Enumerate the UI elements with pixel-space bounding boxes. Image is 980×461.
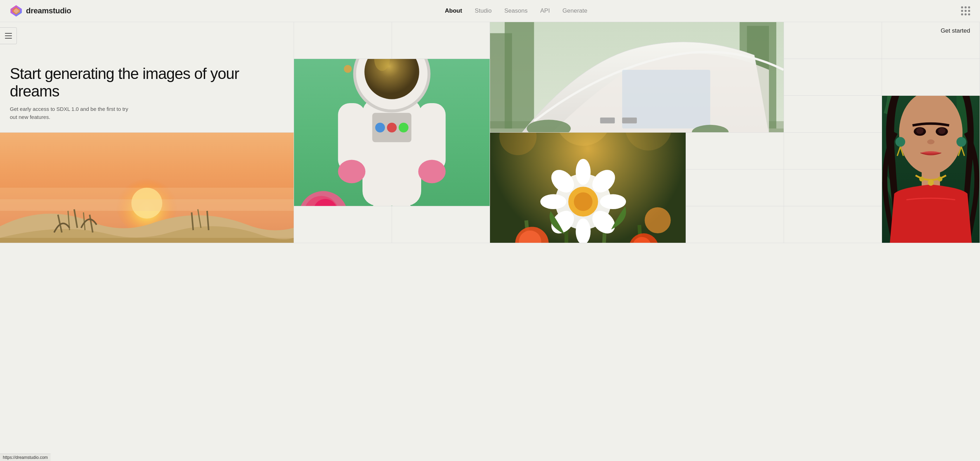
svg-rect-7	[505, 22, 534, 128]
grid-cell	[686, 133, 784, 170]
grid-cell	[686, 170, 784, 206]
grid-cell	[784, 133, 882, 170]
logo-text: dreamstudio	[26, 6, 71, 16]
get-started-button[interactable]: Get started	[941, 27, 970, 34]
grid-cell	[882, 59, 980, 96]
svg-point-33	[418, 160, 446, 183]
grid-cell	[784, 170, 882, 206]
svg-point-98	[895, 137, 905, 147]
grid-cell	[392, 206, 490, 243]
nav-studio[interactable]: Studio	[475, 7, 492, 14]
svg-point-99	[956, 137, 966, 147]
image-grid: Start generating the images of your drea…	[0, 22, 980, 243]
svg-point-68	[576, 159, 590, 185]
main-content: Start generating the images of your drea…	[0, 0, 980, 461]
svg-rect-11	[600, 117, 615, 124]
svg-point-29	[399, 123, 409, 133]
nav-about[interactable]: About	[445, 7, 462, 14]
hero-text-area: Start generating the images of your drea…	[0, 22, 294, 133]
nav-links: About Studio Seasons API Generate	[445, 7, 587, 14]
svg-point-104	[928, 139, 935, 144]
grid-cell	[392, 22, 490, 59]
svg-point-44	[344, 65, 352, 73]
grid-cell	[784, 22, 882, 59]
hero-title: Start generating the images of your drea…	[10, 65, 284, 100]
svg-point-102	[916, 128, 923, 134]
svg-rect-57	[0, 199, 294, 238]
nav-seasons[interactable]: Seasons	[504, 7, 528, 14]
nav-generate[interactable]: Generate	[562, 7, 587, 14]
status-bar: https://dreamstudio.com	[0, 454, 51, 461]
grid-cell	[784, 59, 882, 96]
dunes-image	[0, 133, 294, 243]
svg-point-84	[644, 208, 671, 233]
svg-point-27	[375, 123, 385, 133]
svg-point-77	[574, 192, 593, 211]
flowers-image	[490, 133, 686, 243]
hamburger-icon	[5, 33, 12, 39]
grid-cell	[784, 206, 882, 243]
navbar: dreamstudio About Studio Seasons API Gen…	[0, 0, 980, 22]
architecture-image	[490, 22, 784, 133]
svg-point-103	[938, 128, 946, 134]
hero-subtitle: Get early access to SDXL 1.0 and be the …	[10, 105, 129, 121]
status-url: https://dreamstudio.com	[3, 455, 48, 460]
svg-point-32	[338, 160, 365, 183]
grid-cell	[294, 22, 392, 59]
svg-point-96	[919, 176, 924, 181]
grid-cell	[686, 206, 784, 243]
svg-point-70	[540, 194, 566, 209]
svg-point-71	[600, 194, 626, 209]
svg-rect-12	[622, 117, 637, 124]
astronaut-image	[294, 59, 490, 206]
sidebar-toggle-button[interactable]	[0, 27, 17, 44]
svg-point-97	[937, 176, 942, 181]
frida-image	[882, 96, 980, 243]
grid-cell	[784, 96, 882, 133]
logo-link[interactable]: dreamstudio	[10, 5, 71, 17]
logo-gem-icon	[10, 5, 22, 17]
svg-point-95	[928, 180, 934, 185]
nav-api[interactable]: API	[540, 7, 550, 14]
nav-grid-menu[interactable]	[961, 6, 970, 16]
svg-point-28	[387, 123, 397, 133]
grid-cell	[294, 206, 392, 243]
